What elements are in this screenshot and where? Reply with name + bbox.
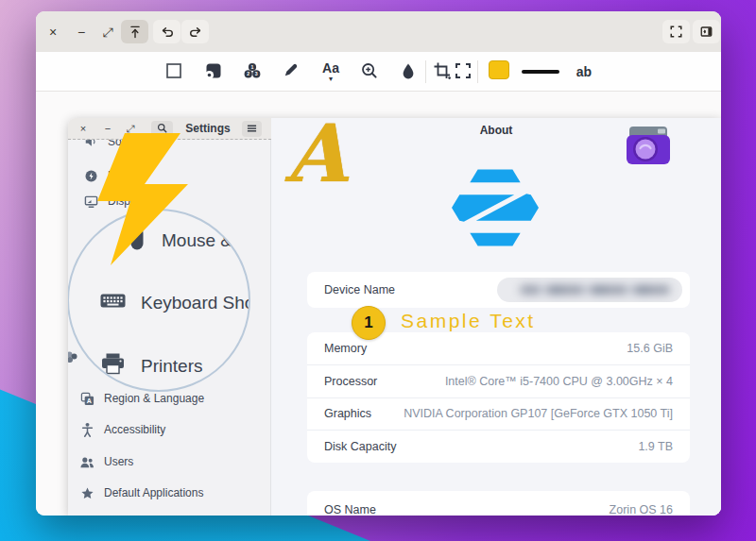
os-name-card: OS Name Zorin OS 16: [307, 491, 690, 516]
spec-label: Processor: [324, 375, 377, 388]
magnifier-plus-icon: [360, 61, 379, 83]
undo-icon: [160, 25, 175, 40]
redo-button[interactable]: [181, 20, 209, 43]
sidebar-item-users[interactable]: Users: [79, 454, 133, 469]
desktop-wallpaper: × − ⤢: [0, 0, 756, 541]
sidebar-item-label: Users: [104, 455, 133, 468]
sidebar-item-accessibility[interactable]: Accessibility: [79, 422, 165, 437]
spec-value: 1.9 TB: [638, 440, 673, 453]
redo-icon: [188, 25, 203, 40]
printer-icon: [100, 352, 126, 380]
chevron-down-icon: ▾: [329, 76, 333, 83]
magnified-item-label: Printers: [141, 356, 202, 377]
text-tool-button[interactable]: Aa ▾: [318, 59, 344, 85]
spec-label: Graphics: [324, 407, 371, 420]
upload-icon: [128, 25, 143, 40]
spec-value: 15.6 GiB: [627, 342, 673, 355]
editor-canvas[interactable]: × − ⤢ Settings Sound: [36, 92, 721, 516]
magnified-item-label: Keyboard Shortcuts: [141, 293, 250, 313]
os-name-value: Zorin OS 16: [610, 503, 673, 516]
minimize-button[interactable]: −: [71, 22, 92, 42]
spec-value: Intel® Core™ i5-7400 CPU @ 3.00GHz × 4: [445, 375, 673, 388]
toolbar-separator: [425, 60, 426, 83]
script-letter-annotation[interactable]: A: [285, 118, 347, 197]
language-icon: A: [79, 392, 94, 406]
sidebar-item-default-applications[interactable]: Default Applications: [79, 485, 203, 500]
filled-rectangle-icon: [204, 61, 223, 83]
counter-icon: 123: [243, 61, 262, 83]
os-name-label: OS Name: [324, 503, 376, 516]
font-tool-button[interactable]: ab: [571, 59, 597, 85]
undo-button[interactable]: [153, 20, 180, 43]
toolbar-separator: [477, 60, 478, 83]
stroke-width-button[interactable]: [520, 59, 561, 85]
select-area-tool-button[interactable]: [450, 59, 476, 85]
svg-text:A: A: [86, 397, 91, 403]
os-name-row: OS Name Zorin OS 16: [307, 491, 690, 516]
star-icon: [79, 486, 94, 500]
color-swatch-button[interactable]: [489, 60, 509, 79]
upload-button[interactable]: [121, 20, 148, 43]
accessibility-icon: [79, 422, 94, 437]
titlebar: × − ⤢: [36, 11, 721, 52]
pencil-tool-button[interactable]: [278, 59, 304, 85]
crop-icon: [433, 61, 452, 83]
spec-row-processor: Processor Intel® Core™ i5-7400 CPU @ 3.0…: [307, 364, 690, 397]
sidebar-item-region-language[interactable]: A Region & Language: [79, 391, 204, 406]
drop-icon: [399, 61, 418, 83]
sidebar-item-label: Accessibility: [104, 423, 165, 436]
camera-emoji-annotation[interactable]: [624, 124, 673, 172]
magnified-item-printers: Printers: [100, 352, 202, 380]
spec-value: NVIDIA Corporation GP107 [GeForce GTX 10…: [404, 407, 673, 420]
settings-close-button[interactable]: ×: [76, 120, 91, 137]
rectangle-tool-button[interactable]: [161, 59, 187, 85]
fullscreen-icon: [669, 25, 683, 39]
pencil-icon: [282, 61, 301, 83]
edited-screenshot: × − ⤢ Settings Sound: [68, 118, 721, 516]
settings-menu-button[interactable]: [242, 121, 262, 137]
device-name-card: Device Name: [307, 272, 690, 308]
spec-row-graphics: Graphics NVIDIA Corporation GP107 [GeFor…: [307, 397, 690, 431]
font-tool-label: ab: [576, 64, 592, 79]
counter-tool-button[interactable]: 123: [239, 59, 266, 85]
users-icon: [79, 455, 94, 469]
keyboard-icon: [100, 292, 126, 314]
magnifier-tool-button[interactable]: [356, 59, 383, 85]
blur-region-annotation: [497, 278, 682, 302]
magnified-item-keyboard: Keyboard Shortcuts: [100, 292, 250, 314]
device-name-label: Device Name: [324, 283, 395, 296]
system-specs-card: Memory 15.6 GiB Processor Intel® Core™ i…: [307, 332, 690, 463]
select-area-icon: [454, 61, 472, 83]
lightning-bolt-annotation[interactable]: [90, 133, 194, 269]
rectangle-icon: [164, 61, 183, 83]
blurred-device-name: [520, 285, 671, 295]
svg-text:1: 1: [251, 63, 254, 69]
dock-right-button[interactable]: [693, 20, 720, 43]
sidebar-item-label: Default Applications: [104, 486, 203, 499]
zorin-os-logo: [452, 168, 539, 251]
colors-icon-fragment: [68, 350, 78, 367]
filled-rectangle-tool-button[interactable]: [200, 59, 227, 85]
hamburger-menu-icon: [247, 122, 257, 136]
svg-text:3: 3: [255, 71, 258, 76]
numbered-marker-annotation[interactable]: 1: [352, 306, 386, 340]
text-tool-icon: Aa ▾: [322, 61, 339, 83]
toolbar: 123 Aa ▾: [36, 52, 721, 92]
blur-tool-button[interactable]: [395, 59, 421, 85]
spec-label: Disk Capacity: [324, 440, 396, 453]
fullscreen-button[interactable]: [662, 20, 690, 43]
sample-text-annotation[interactable]: Sample Text: [401, 310, 536, 332]
spec-label: Memory: [324, 342, 367, 355]
annotator-window: × − ⤢: [36, 11, 721, 516]
svg-text:2: 2: [247, 71, 249, 76]
stroke-width-icon: [522, 70, 559, 74]
sidebar-item-label: Region & Language: [104, 392, 204, 405]
close-button[interactable]: ×: [43, 22, 63, 42]
spec-row-disk: Disk Capacity 1.9 TB: [307, 430, 690, 463]
dock-right-icon: [699, 25, 713, 39]
restore-button[interactable]: ⤢: [97, 22, 118, 42]
